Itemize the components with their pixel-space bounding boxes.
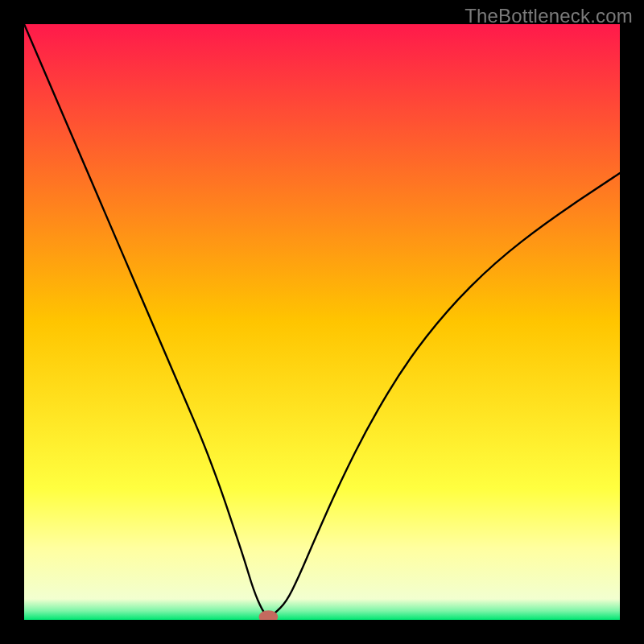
chart-frame: TheBottleneck.com bbox=[0, 0, 644, 644]
chart-background bbox=[24, 24, 620, 620]
chart-plot bbox=[24, 24, 620, 620]
